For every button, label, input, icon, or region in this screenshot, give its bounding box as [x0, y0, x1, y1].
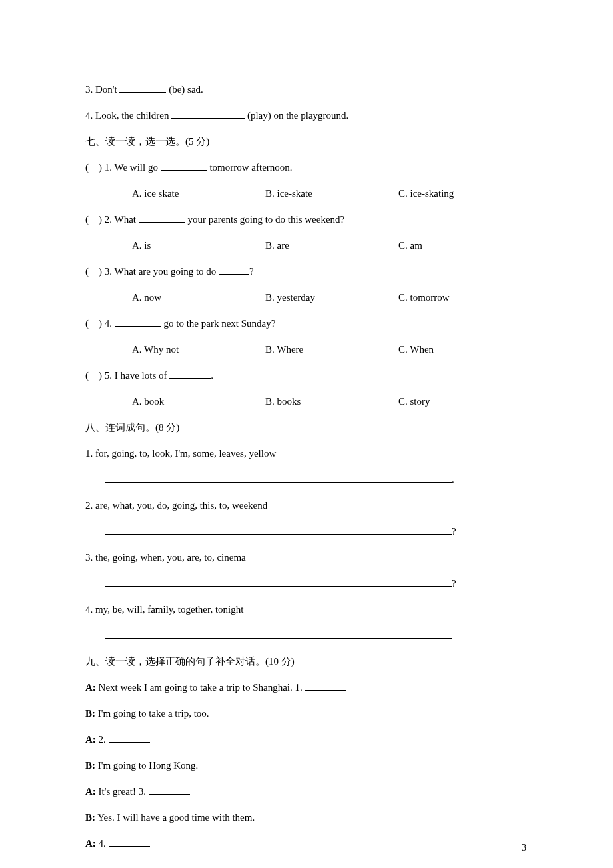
fill-blank[interactable] — [149, 785, 190, 795]
s7-item3-stem: ( ) 3. What are you going to do ? — [85, 259, 533, 285]
answer-line[interactable] — [105, 629, 452, 639]
speaker-label: A: — [85, 682, 96, 693]
option-a[interactable]: A. ice skate — [132, 181, 265, 207]
option-c[interactable]: C. When — [398, 337, 533, 363]
speaker-label: A: — [85, 838, 96, 849]
fill-blank[interactable] — [305, 681, 346, 691]
s8-item4-answer — [85, 623, 533, 649]
q6-item3-pre: 3. Don't — [85, 84, 119, 95]
answer-line[interactable] — [105, 473, 452, 483]
speaker-label: B: — [85, 708, 95, 719]
option-c[interactable]: C. story — [398, 389, 533, 415]
s8-item1-answer: . — [85, 467, 533, 493]
answer-line[interactable] — [105, 525, 452, 535]
option-b[interactable]: B. Where — [265, 337, 398, 363]
speaker-label: A: — [85, 786, 96, 797]
page-number: 3 — [522, 836, 526, 860]
s7-item4-options: A. Why not B. Where C. When — [85, 337, 533, 363]
s7-item2-stem: ( ) 2. What your parents going to do thi… — [85, 207, 533, 233]
fill-blank[interactable] — [161, 161, 207, 171]
s7-item2-options: A. is B. are C. am — [85, 233, 533, 259]
fill-blank[interactable] — [139, 213, 185, 223]
s8-item2-words: 2. are, what, you, do, going, this, to, … — [85, 493, 533, 519]
dialogue-line-7: A: 4. — [85, 831, 533, 857]
q6-item4: 4. Look, the children (play) on the play… — [85, 103, 533, 129]
s8-item3-words: 3. the, going, when, you, are, to, cinem… — [85, 545, 533, 571]
dialogue-line-5: A: It's great! 3. — [85, 779, 533, 805]
s8-item1-words: 1. for, going, to, look, I'm, some, leav… — [85, 441, 533, 467]
dialogue-line-1: A: Next week I am going to take a trip t… — [85, 675, 533, 701]
dialogue-line-3: A: 2. — [85, 727, 533, 753]
speaker-label: B: — [85, 760, 95, 771]
option-b[interactable]: B. ice-skate — [265, 181, 398, 207]
fill-blank[interactable] — [219, 265, 249, 275]
s7-item5-stem: ( ) 5. I have lots of . — [85, 363, 533, 389]
q6-item3-post: (be) sad. — [166, 84, 203, 95]
option-c[interactable]: C. ice-skating — [398, 181, 533, 207]
fill-blank[interactable] — [109, 837, 150, 847]
section8-heading: 八、连词成句。(8 分) — [85, 415, 533, 441]
dialogue-line-2: B: I'm going to take a trip, too. — [85, 701, 533, 727]
option-b[interactable]: B. books — [265, 389, 398, 415]
q6-item3: 3. Don't (be) sad. — [85, 77, 533, 103]
worksheet-page: 3. Don't (be) sad. 4. Look, the children… — [0, 0, 613, 868]
s8-item4-words: 4. my, be, will, family, together, tonig… — [85, 597, 533, 623]
answer-line[interactable] — [105, 577, 452, 587]
fill-blank[interactable] — [115, 317, 161, 327]
s8-item2-answer: ? — [85, 519, 533, 545]
option-a[interactable]: A. Why not — [132, 337, 265, 363]
option-a[interactable]: A. book — [132, 389, 265, 415]
fill-blank[interactable] — [119, 83, 166, 93]
q6-item4-post: (play) on the playground. — [245, 110, 348, 121]
speaker-label: A: — [85, 734, 96, 745]
fill-blank[interactable] — [109, 733, 150, 743]
option-c[interactable]: C. tomorrow — [398, 285, 533, 311]
option-c[interactable]: C. am — [398, 233, 533, 259]
dialogue-line-4: B: I'm going to Hong Kong. — [85, 753, 533, 779]
section7-heading: 七、读一读，选一选。(5 分) — [85, 129, 533, 155]
option-b[interactable]: B. are — [265, 233, 398, 259]
s8-item3-answer: ? — [85, 571, 533, 597]
s7-item1-options: A. ice skate B. ice-skate C. ice-skating — [85, 181, 533, 207]
s7-item5-options: A. book B. books C. story — [85, 389, 533, 415]
fill-blank[interactable] — [171, 109, 245, 119]
s7-item1-stem: ( ) 1. We will go tomorrow afternoon. — [85, 155, 533, 181]
option-a[interactable]: A. is — [132, 233, 265, 259]
q6-item4-pre: 4. Look, the children — [85, 110, 171, 121]
section9-heading: 九、读一读，选择正确的句子补全对话。(10 分) — [85, 649, 533, 675]
option-b[interactable]: B. yesterday — [265, 285, 398, 311]
s7-item4-stem: ( ) 4. go to the park next Sunday? — [85, 311, 533, 337]
option-a[interactable]: A. now — [132, 285, 265, 311]
dialogue-line-6: B: Yes. I will have a good time with the… — [85, 805, 533, 831]
s7-item3-options: A. now B. yesterday C. tomorrow — [85, 285, 533, 311]
fill-blank[interactable] — [169, 369, 211, 379]
speaker-label: B: — [85, 812, 95, 823]
